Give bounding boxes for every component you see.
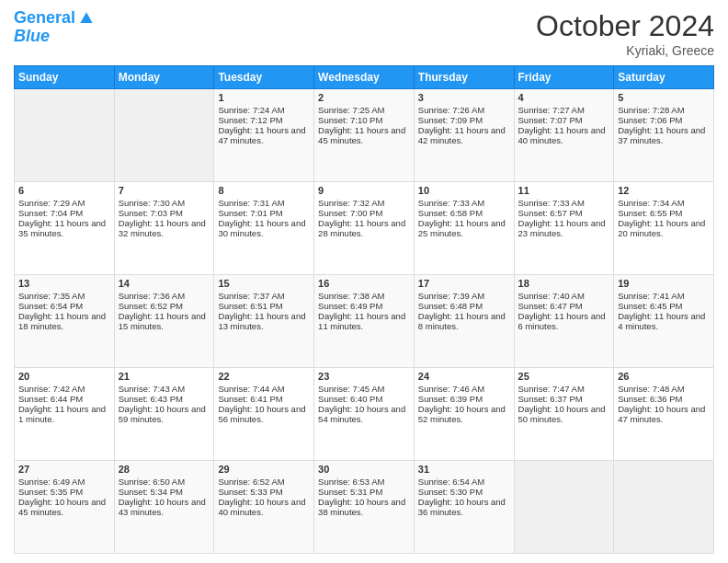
day-info: Daylight: 11 hours and 35 minutes.: [18, 218, 110, 238]
location: Kyriaki, Greece: [536, 43, 714, 58]
day-info: Sunrise: 7:43 AM: [119, 384, 210, 394]
day-info: Sunset: 6:51 PM: [218, 301, 310, 311]
calendar-cell: 29Sunrise: 6:52 AMSunset: 5:33 PMDayligh…: [214, 461, 314, 554]
day-info: Daylight: 10 hours and 52 minutes.: [418, 404, 510, 424]
calendar-cell: 30Sunrise: 6:53 AMSunset: 5:31 PMDayligh…: [314, 461, 415, 554]
day-number: 2: [318, 92, 410, 103]
day-info: Sunrise: 7:33 AM: [418, 198, 510, 208]
day-info: Sunrise: 7:34 AM: [618, 198, 710, 208]
day-info: Daylight: 10 hours and 38 minutes.: [318, 497, 410, 517]
calendar-cell: 24Sunrise: 7:46 AMSunset: 6:39 PMDayligh…: [414, 368, 514, 461]
calendar-cell: 28Sunrise: 6:50 AMSunset: 5:34 PMDayligh…: [114, 461, 214, 554]
day-info: Sunrise: 6:53 AM: [318, 477, 410, 487]
calendar-cell: [15, 89, 115, 182]
day-info: Sunset: 6:57 PM: [518, 208, 610, 218]
day-info: Sunrise: 7:29 AM: [18, 198, 110, 208]
weekday-header-friday: Friday: [514, 66, 614, 89]
calendar-cell: 1Sunrise: 7:24 AMSunset: 7:12 PMDaylight…: [214, 89, 314, 182]
weekday-header-thursday: Thursday: [414, 66, 514, 89]
day-info: Daylight: 11 hours and 40 minutes.: [518, 125, 610, 145]
calendar-cell: 17Sunrise: 7:39 AMSunset: 6:48 PMDayligh…: [414, 275, 514, 368]
page: General Blue October 2024 Kyriaki, Greec…: [0, 0, 728, 563]
calendar-cell: 14Sunrise: 7:36 AMSunset: 6:52 PMDayligh…: [114, 275, 214, 368]
day-info: Sunset: 5:31 PM: [318, 487, 410, 497]
day-number: 3: [418, 92, 510, 103]
day-info: Daylight: 11 hours and 11 minutes.: [318, 311, 410, 331]
day-number: 8: [218, 185, 310, 196]
calendar-cell: 23Sunrise: 7:45 AMSunset: 6:40 PMDayligh…: [314, 368, 415, 461]
day-info: Daylight: 11 hours and 20 minutes.: [618, 218, 710, 238]
day-info: Sunrise: 7:27 AM: [518, 105, 610, 115]
logo-icon: [77, 9, 96, 28]
day-info: Sunset: 6:45 PM: [618, 301, 710, 311]
calendar-cell: 27Sunrise: 6:49 AMSunset: 5:35 PMDayligh…: [15, 461, 115, 554]
calendar-table: SundayMondayTuesdayWednesdayThursdayFrid…: [14, 65, 714, 554]
day-number: 19: [618, 278, 710, 289]
day-info: Sunrise: 7:46 AM: [418, 384, 510, 394]
day-number: 26: [618, 371, 710, 382]
day-info: Sunset: 7:10 PM: [318, 115, 410, 125]
day-number: 1: [218, 92, 310, 103]
day-info: Sunrise: 7:31 AM: [218, 198, 310, 208]
day-info: Sunset: 6:43 PM: [119, 394, 210, 404]
day-info: Daylight: 11 hours and 23 minutes.: [518, 218, 610, 238]
day-info: Sunrise: 7:38 AM: [318, 291, 410, 301]
day-info: Sunrise: 7:48 AM: [618, 384, 710, 394]
calendar-cell: 5Sunrise: 7:28 AMSunset: 7:06 PMDaylight…: [614, 89, 714, 182]
calendar-cell: 25Sunrise: 7:47 AMSunset: 6:37 PMDayligh…: [514, 368, 614, 461]
day-info: Sunset: 6:47 PM: [518, 301, 610, 311]
calendar-row-3: 20Sunrise: 7:42 AMSunset: 6:44 PMDayligh…: [15, 368, 714, 461]
day-number: 23: [318, 371, 410, 382]
day-info: Sunset: 7:03 PM: [119, 208, 210, 218]
calendar-cell: 20Sunrise: 7:42 AMSunset: 6:44 PMDayligh…: [15, 368, 115, 461]
calendar-cell: [514, 461, 614, 554]
day-info: Daylight: 11 hours and 6 minutes.: [518, 311, 610, 331]
weekday-header-row: SundayMondayTuesdayWednesdayThursdayFrid…: [15, 66, 714, 89]
day-info: Sunrise: 7:25 AM: [318, 105, 410, 115]
day-info: Sunset: 5:33 PM: [218, 487, 310, 497]
day-info: Sunrise: 7:41 AM: [618, 291, 710, 301]
day-number: 17: [418, 278, 510, 289]
day-number: 6: [18, 185, 110, 196]
day-number: 11: [518, 185, 610, 196]
day-info: Sunrise: 6:54 AM: [418, 477, 510, 487]
day-info: Daylight: 11 hours and 13 minutes.: [218, 311, 310, 331]
day-info: Daylight: 11 hours and 30 minutes.: [218, 218, 310, 238]
calendar-cell: 26Sunrise: 7:48 AMSunset: 6:36 PMDayligh…: [614, 368, 714, 461]
day-number: 29: [218, 464, 310, 475]
day-info: Sunset: 7:04 PM: [18, 208, 110, 218]
day-number: 30: [318, 464, 410, 475]
day-info: Sunrise: 7:47 AM: [518, 384, 610, 394]
day-info: Sunrise: 7:40 AM: [518, 291, 610, 301]
day-info: Sunrise: 7:42 AM: [18, 384, 110, 394]
day-info: Daylight: 11 hours and 4 minutes.: [618, 311, 710, 331]
day-number: 12: [618, 185, 710, 196]
day-info: Sunrise: 7:26 AM: [418, 105, 510, 115]
day-number: 15: [218, 278, 310, 289]
day-info: Daylight: 10 hours and 43 minutes.: [119, 497, 210, 517]
day-info: Daylight: 10 hours and 47 minutes.: [618, 404, 710, 424]
day-info: Sunset: 6:48 PM: [418, 301, 510, 311]
day-number: 5: [618, 92, 710, 103]
day-number: 7: [119, 185, 210, 196]
calendar-cell: 2Sunrise: 7:25 AMSunset: 7:10 PMDaylight…: [314, 89, 415, 182]
day-info: Sunrise: 7:39 AM: [418, 291, 510, 301]
day-info: Sunset: 7:01 PM: [218, 208, 310, 218]
day-info: Sunset: 7:06 PM: [618, 115, 710, 125]
day-number: 20: [18, 371, 110, 382]
day-info: Daylight: 11 hours and 42 minutes.: [418, 125, 510, 145]
day-number: 4: [518, 92, 610, 103]
calendar-cell: 21Sunrise: 7:43 AMSunset: 6:43 PMDayligh…: [114, 368, 214, 461]
calendar-cell: 4Sunrise: 7:27 AMSunset: 7:07 PMDaylight…: [514, 89, 614, 182]
calendar-row-4: 27Sunrise: 6:49 AMSunset: 5:35 PMDayligh…: [15, 461, 714, 554]
day-number: 22: [218, 371, 310, 382]
day-info: Daylight: 11 hours and 45 minutes.: [318, 125, 410, 145]
day-info: Daylight: 10 hours and 59 minutes.: [119, 404, 210, 424]
calendar-cell: 8Sunrise: 7:31 AMSunset: 7:01 PMDaylight…: [214, 182, 314, 275]
day-number: 18: [518, 278, 610, 289]
day-info: Sunset: 7:09 PM: [418, 115, 510, 125]
day-info: Daylight: 11 hours and 18 minutes.: [18, 311, 110, 331]
calendar-row-0: 1Sunrise: 7:24 AMSunset: 7:12 PMDaylight…: [15, 89, 714, 182]
day-number: 27: [18, 464, 110, 475]
calendar-cell: [114, 89, 214, 182]
